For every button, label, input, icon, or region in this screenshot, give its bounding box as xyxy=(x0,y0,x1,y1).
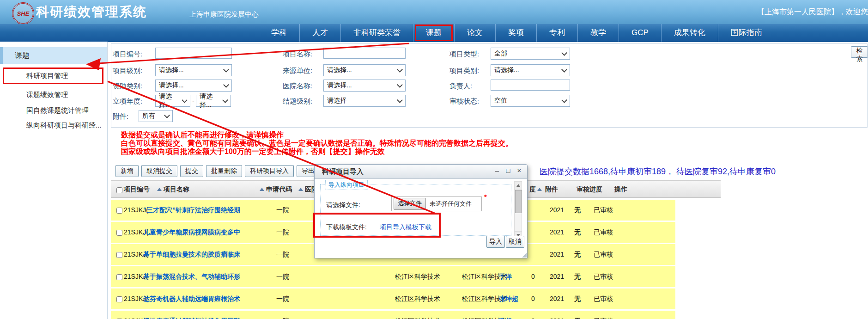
source-unit-select[interactable]: 请选择... xyxy=(323,64,406,76)
table-row[interactable]: 21SJKJ( 基于振荡混合技术、气动辅助环形 一院 松江区科学技术 松江区科学… xyxy=(111,266,675,287)
finish-level-value: 请选择 xyxy=(327,97,346,105)
fund-type-label: 资助类别: xyxy=(113,82,142,91)
row-checkbox[interactable] xyxy=(116,252,122,258)
row-hospital: 一院 xyxy=(276,228,289,237)
year-to-select[interactable]: 请选择... xyxy=(196,95,231,107)
chevron-down-icon xyxy=(561,50,567,56)
table-row[interactable]: 21SJKJ( 慢性疼痛通过胆碱能神经作用巨噬 一院 松江区科学技术 松江区科学… xyxy=(111,311,675,319)
project-import-button[interactable]: 科研项目导入 xyxy=(245,165,294,177)
dialog-scrollbar[interactable] xyxy=(514,181,522,239)
sort-icon[interactable] xyxy=(260,188,264,191)
row-checkbox[interactable] xyxy=(116,274,122,280)
leader-label: 负责人: xyxy=(449,82,472,91)
sidebar-section-keti[interactable]: 课题 xyxy=(0,47,107,64)
row-leader-link[interactable]: 于洋 xyxy=(499,273,512,281)
scroll-up-icon[interactable] xyxy=(515,182,522,190)
choose-file-button[interactable]: 选择文件 xyxy=(394,198,426,210)
tab-zhuanli[interactable]: 专利 xyxy=(536,24,577,42)
row-leader-link[interactable]: 巩超 xyxy=(499,317,512,319)
sidebar-item-guoziran-stats[interactable]: 国自然课题统计管理 xyxy=(0,104,107,117)
row-status: 已审核 xyxy=(594,206,613,215)
cancel-submit-button[interactable]: 取消提交 xyxy=(141,165,177,177)
row-attachment: 无 xyxy=(574,251,581,259)
import-dialog: 科研项目导入 – □ × 导入纵向项目 请选择文件: 选择文件 未选择任何文件 … xyxy=(314,164,528,258)
submit-button[interactable]: 提交 xyxy=(180,165,203,177)
select-all-checkbox[interactable] xyxy=(116,187,122,193)
sort-icon[interactable] xyxy=(537,188,542,191)
row-checkbox[interactable] xyxy=(116,230,122,236)
year-from-select[interactable]: 请选择... xyxy=(155,95,190,107)
sort-icon[interactable] xyxy=(157,188,162,191)
row-project-name-link[interactable]: 慢性疼痛通过胆碱能神经作用巨噬 xyxy=(143,317,240,319)
row-project-name-link[interactable]: 基于振荡混合技术、气动辅助环形 xyxy=(143,273,240,281)
sidebar-item-keyan-project-mgmt[interactable]: 科研项目管理 xyxy=(3,67,103,84)
row-year: 2021 xyxy=(550,228,564,236)
hospital-name-select[interactable]: 请选择... xyxy=(323,80,406,92)
tab-jiaoxue[interactable]: 教学 xyxy=(577,24,619,42)
sidebar-item-zongxiang-project[interactable]: 纵向科研项目与科研经... xyxy=(0,118,107,132)
close-icon[interactable]: × xyxy=(516,166,522,174)
dialog-cancel-button[interactable]: 取消 xyxy=(506,236,524,248)
tab-gcp[interactable]: GCP xyxy=(619,24,661,42)
leader-input[interactable] xyxy=(491,80,570,91)
file-input[interactable]: 选择文件 未选择任何文件 xyxy=(391,196,482,211)
project-type-select[interactable]: 全部 xyxy=(491,48,570,60)
attachment-select[interactable]: 所有 xyxy=(139,110,173,122)
tab-guoji-zhinan[interactable]: 国际指南 xyxy=(718,24,775,42)
row-year: 2021 xyxy=(550,317,564,319)
project-no-label: 项目编号: xyxy=(113,50,142,59)
import-fieldset: 导入纵向项目 请选择文件: 选择文件 未选择任何文件 * 下载模板文件: 项目导… xyxy=(320,184,511,236)
add-button[interactable]: 新增 xyxy=(115,165,139,177)
project-level-select[interactable]: 请选择... xyxy=(155,64,232,76)
template-download-link[interactable]: 项目导入模板下载 xyxy=(380,223,431,232)
maximize-icon[interactable]: □ xyxy=(505,166,511,174)
table-row[interactable]: 21SJKJ( 达芬奇机器人辅助远端胃癌根治术 一院 松江区科学技术 松江区科学… xyxy=(111,288,675,309)
header-project-name[interactable]: 项目名称 xyxy=(164,185,189,194)
row-leader-link[interactable]: 张坤超 xyxy=(499,295,518,303)
tab-lunwen[interactable]: 论文 xyxy=(454,24,495,42)
header-attachment[interactable]: 附件 xyxy=(545,185,558,194)
header-project-code[interactable]: 项目编号 xyxy=(124,185,150,194)
tab-feikeyan-rongyu[interactable]: 非科研类荣誉 xyxy=(340,24,413,42)
attachment-label: 附件: xyxy=(113,112,128,121)
tab-keti[interactable]: 课题 xyxy=(413,24,454,42)
row-project-name-link[interactable]: 达芬奇机器人辅助远端胃癌根治术 xyxy=(143,295,240,303)
fund-type-select[interactable]: 请选择... xyxy=(155,80,232,92)
sort-icon[interactable] xyxy=(298,188,303,191)
search-button[interactable]: 检索 xyxy=(851,46,868,58)
audit-status-select[interactable]: 空值 xyxy=(491,95,570,107)
scrollbar-thumb[interactable] xyxy=(515,190,522,213)
sidebar-item-keti-jixiao-mgmt[interactable]: 课题绩效管理 xyxy=(0,88,107,102)
project-category-select[interactable]: 请选择... xyxy=(491,64,570,76)
batch-delete-button[interactable]: 批量删除 xyxy=(206,165,242,177)
attachment-value: 所有 xyxy=(142,112,155,120)
row-project-name-link[interactable]: 儿童青少年糖尿病视网膜病变多中 xyxy=(143,228,240,237)
tab-rencai[interactable]: 人才 xyxy=(299,24,340,42)
tab-jiangxiang[interactable]: 奖项 xyxy=(495,24,536,42)
warning-line-2: 白色可以直接提交、黄色可能有问题要确认、蓝色是一定要确认数据是否正确。特殊情况尽… xyxy=(121,139,513,147)
row-project-name-link[interactable]: 基于单细胞拉曼技术的胶质瘤临床 xyxy=(143,251,240,259)
row-project-name-link[interactable]: “三才配穴”针刺疗法治疗围绝经期 xyxy=(143,206,240,215)
row-attachment: 无 xyxy=(574,206,581,215)
template-download-label: 下载模板文件: xyxy=(326,223,367,232)
tab-xueke[interactable]: 学科 xyxy=(259,24,299,42)
dialog-import-button[interactable]: 导入 xyxy=(486,236,505,248)
tab-chengguo-zhuanhua[interactable]: 成果转化 xyxy=(661,24,718,42)
required-mark: * xyxy=(484,193,487,201)
fund-type-value: 请选择... xyxy=(159,81,184,90)
resize-grip[interactable] xyxy=(522,253,527,258)
header-year[interactable]: 度 xyxy=(529,185,536,194)
header-apply-code[interactable]: 申请代码 xyxy=(266,185,292,194)
project-no-input[interactable] xyxy=(155,48,232,59)
row-hospital: 一院 xyxy=(276,273,289,281)
minimize-icon[interactable]: – xyxy=(494,166,500,174)
finish-level-select[interactable]: 请选择 xyxy=(323,95,406,107)
dialog-titlebar[interactable]: 科研项目导入 – □ × xyxy=(315,165,527,179)
row-hospital: 一院 xyxy=(276,317,289,319)
project-category-value: 请选择... xyxy=(494,66,519,74)
screen: SHE 科研绩效管理系统 上海申康医院发展中心 【上海市第一人民医院】，欢迎您 … xyxy=(0,0,868,319)
warning-line-1: 数据提交或是确认后不能再进行修改，请谨慎操作 xyxy=(121,131,513,139)
row-checkbox[interactable] xyxy=(116,296,122,302)
project-name-input[interactable] xyxy=(323,48,406,59)
row-checkbox[interactable] xyxy=(116,208,122,214)
